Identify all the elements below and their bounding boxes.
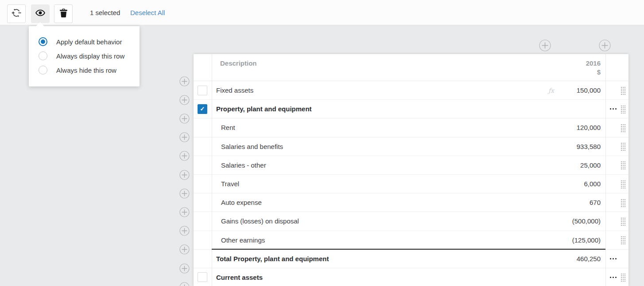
subtotal-line [212, 249, 605, 250]
column-divider [605, 54, 606, 286]
table-row: Fixed assets ƒx 150,000 [194, 81, 628, 100]
drag-handle-icon[interactable] [620, 86, 625, 95]
radio-button-icon[interactable] [39, 37, 47, 46]
add-row-button[interactable] [179, 170, 190, 180]
toolbar: 1 selected Deselect All [0, 0, 644, 25]
table-row: Rent 120,000 [194, 118, 628, 137]
row-checkbox[interactable]: ✓ [198, 104, 207, 114]
plus-circle-icon [179, 230, 190, 237]
plus-circle-icon [179, 192, 190, 200]
row-visibility-menu: Apply default behaviorAlways display thi… [29, 26, 140, 86]
row-value-cell[interactable]: 670 [590, 193, 601, 212]
plus-circle-icon [179, 99, 190, 106]
recalculate-rounding-button[interactable] [7, 4, 26, 23]
row-description-cell[interactable]: Salaries - other [212, 156, 558, 174]
row-menu-button[interactable] [609, 268, 618, 286]
radio-button-icon[interactable] [39, 66, 47, 74]
table-row: Salaries and benefits 933,580 [194, 137, 628, 156]
add-row-button[interactable] [179, 132, 190, 142]
sync-plus-minus-icon [11, 8, 22, 20]
drag-handle-icon[interactable] [620, 142, 625, 151]
row-value-cell[interactable]: (500,000) [572, 212, 601, 230]
menu-option[interactable]: Always hide this row [29, 63, 140, 77]
plus-circle-icon [539, 45, 551, 53]
menu-option-label: Always hide this row [56, 67, 116, 74]
column-header-description: Description [220, 59, 257, 67]
table-row: Salaries - other 25,000 [194, 156, 628, 175]
drag-handle-icon[interactable] [620, 217, 625, 226]
table-row: Total Property, plant and equipment 460,… [194, 250, 628, 268]
row-value-cell[interactable]: 460,250 [577, 250, 601, 268]
plus-circle-icon [179, 174, 190, 181]
plus-circle-icon [179, 267, 190, 275]
plus-circle-icon [179, 80, 190, 88]
row-description-cell[interactable]: Travel [212, 175, 558, 193]
row-menu-button[interactable] [609, 250, 618, 268]
row-description-cell[interactable]: Salaries and benefits [212, 137, 558, 156]
drag-handle-icon[interactable] [620, 273, 625, 282]
table-row: Other earnings (125,000) [194, 231, 628, 250]
plus-circle-icon [179, 155, 190, 162]
fx-formula-icon: ƒx [548, 81, 554, 99]
row-description-cell[interactable]: Fixed assets [212, 81, 558, 99]
add-row-button[interactable] [179, 263, 190, 274]
row-value-cell[interactable]: 120,000 [577, 118, 601, 137]
table-header-row: Description 2016 $ [194, 54, 628, 81]
financial-statement-table: Description 2016 $ Fixed assets ƒx 150,0… [194, 54, 628, 286]
row-value-cell[interactable]: 25,000 [580, 156, 601, 174]
add-row-button[interactable] [179, 76, 190, 86]
row-description-cell[interactable]: Other earnings [212, 231, 558, 249]
add-row-button[interactable] [179, 244, 190, 255]
menu-option-label: Always display this row [56, 52, 124, 60]
add-column-button[interactable] [539, 39, 551, 51]
deselect-all-link[interactable]: Deselect All [130, 0, 165, 25]
row-description-cell[interactable]: Gains (losses) on disposal [212, 212, 558, 230]
row-checkbox[interactable] [198, 272, 207, 282]
plus-circle-icon [599, 45, 611, 53]
row-value-cell[interactable]: (125,000) [572, 231, 601, 249]
row-checkbox[interactable] [198, 86, 207, 95]
row-value-cell[interactable]: 6,000 [584, 175, 601, 193]
radio-button-icon[interactable] [39, 51, 47, 60]
drag-handle-icon[interactable] [620, 105, 625, 114]
column-divider [212, 54, 212, 286]
table-rows: Fixed assets ƒx 150,000 ✓ Property, plan… [194, 81, 628, 286]
row-value-cell[interactable]: 150,000 [577, 81, 601, 99]
menu-option[interactable]: Apply default behavior [29, 35, 140, 49]
row-description-cell[interactable]: Total Property, plant and equipment [212, 250, 558, 268]
add-row-button[interactable] [179, 226, 190, 236]
add-column-button[interactable] [599, 39, 611, 51]
add-row-button[interactable] [179, 114, 190, 124]
menu-option[interactable]: Always display this row [29, 49, 140, 63]
selected-count-label: 1 selected [90, 0, 120, 25]
delete-row-button[interactable] [54, 4, 73, 23]
plus-circle-icon [179, 248, 190, 256]
row-description-cell[interactable]: Rent [212, 118, 558, 137]
visibility-menu-options: Apply default behaviorAlways display thi… [29, 35, 140, 77]
drag-handle-icon[interactable] [620, 123, 625, 132]
trash-icon [59, 8, 68, 20]
column-header-year: 2016 $ [586, 59, 601, 77]
currency-label: $ [586, 68, 601, 77]
add-row-button[interactable] [179, 188, 190, 199]
table-row: Current assets [194, 268, 628, 286]
eye-icon [35, 8, 46, 20]
row-visibility-button[interactable] [31, 4, 50, 23]
plus-circle-icon [179, 118, 190, 125]
table-row: ✓ Property, plant and equipment [194, 100, 628, 118]
table-row: Auto expense 670 [194, 193, 628, 212]
drag-handle-icon[interactable] [620, 161, 625, 169]
drag-handle-icon[interactable] [620, 180, 625, 188]
add-row-button[interactable] [179, 207, 190, 217]
add-row-button[interactable] [179, 95, 190, 105]
row-description-cell[interactable]: Property, plant and equipment [212, 100, 558, 118]
drag-handle-icon[interactable] [620, 198, 625, 207]
row-menu-button[interactable] [609, 100, 618, 118]
add-row-button[interactable] [179, 282, 190, 286]
add-row-button[interactable] [179, 151, 190, 161]
row-description-cell[interactable]: Auto expense [212, 193, 558, 212]
year-label: 2016 [586, 59, 601, 68]
row-description-cell[interactable]: Current assets [212, 268, 558, 286]
row-value-cell[interactable]: 933,580 [577, 137, 601, 156]
drag-handle-icon[interactable] [620, 235, 625, 244]
